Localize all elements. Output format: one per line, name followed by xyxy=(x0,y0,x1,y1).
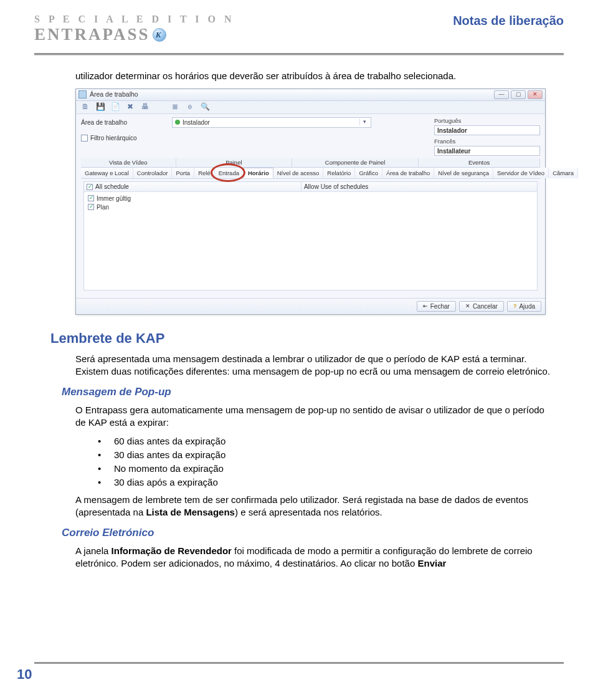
intro-paragraph: utilizador determinar os horários que de… xyxy=(75,70,556,82)
help-button[interactable]: ?Ajuda xyxy=(507,301,541,312)
delete-icon[interactable]: ✖ xyxy=(126,103,135,112)
minimize-button[interactable]: — xyxy=(494,90,509,99)
workspace-label: Área de trabalho xyxy=(81,118,168,127)
close-window-button[interactable]: ✕ xyxy=(528,90,543,99)
list-item: •30 dias antes da expiração xyxy=(98,448,556,462)
brand-logo: ENTRAPASS K xyxy=(34,25,235,44)
tabgroup-panel: Painel xyxy=(176,158,292,167)
brand-text: ENTRAPASS xyxy=(34,25,150,44)
allow-use-label: Allow Use of schedules xyxy=(301,182,537,191)
close-button[interactable]: ⇤Fechar xyxy=(417,301,456,312)
list-item: ✓ Immer gültig xyxy=(88,194,533,203)
tab-graphic[interactable]: Gráfico xyxy=(355,168,382,178)
all-schedule-checkbox[interactable]: ✓ xyxy=(87,184,93,190)
cancel-button[interactable]: ✕Cancelar xyxy=(459,301,504,312)
status-dot-icon xyxy=(175,120,180,125)
lang-pt-label: Português xyxy=(434,117,540,125)
save-icon[interactable]: 💾 xyxy=(96,103,105,112)
list-icon[interactable]: ≣ xyxy=(171,103,179,112)
subheading-popup: Mensagem de Pop-up xyxy=(62,385,556,399)
app-window: Área de trabalho — ▢ ✕ 🗎 💾 📄 ✖ 🖶 ≣ 🜔 🔍 xyxy=(75,89,546,315)
list-item: ✓ Plan xyxy=(88,203,533,211)
brand-k-icon: K xyxy=(153,28,166,42)
list-item: •60 dias antes da expiração xyxy=(98,434,556,448)
list-item: •No momento da expiração xyxy=(98,462,556,476)
tab-schedule[interactable]: Horário xyxy=(244,168,273,178)
lang-pt-field[interactable]: Instalador xyxy=(434,125,540,135)
section-p3: A mensagem de lembrete tem de ser confir… xyxy=(75,494,556,519)
window-icon xyxy=(78,90,87,98)
tab-report[interactable]: Relatório xyxy=(323,168,355,178)
toolbar: 🗎 💾 📄 ✖ 🖶 ≣ 🜔 🔍 xyxy=(76,101,545,114)
tab-relay[interactable]: Relé xyxy=(194,168,215,178)
schedule-list-panel: ✓ All schedule Allow Use of schedules ✓ … xyxy=(83,181,538,290)
tab-camera[interactable]: Câmara xyxy=(549,168,578,178)
list-item-label: Immer gültig xyxy=(97,194,131,203)
tab-gateway[interactable]: Gateway e Local xyxy=(81,168,133,178)
page-header: S P E C I A L E D I T I O N ENTRAPASS K … xyxy=(34,14,564,44)
item-checkbox[interactable]: ✓ xyxy=(88,204,94,210)
tab-controller[interactable]: Controlador xyxy=(133,168,173,178)
print-icon[interactable]: 🖶 xyxy=(141,103,150,112)
item-checkbox[interactable]: ✓ xyxy=(88,195,94,201)
folder-icon[interactable]: 📄 xyxy=(111,103,120,112)
tabgroup-video: Vista de Vídeo xyxy=(81,158,176,167)
lang-fr-label: Francês xyxy=(434,138,540,145)
window-title: Área de trabalho xyxy=(90,90,491,99)
hierarchical-filter-label: Filtro hierárquico xyxy=(90,134,136,142)
tab-group-row: Vista de Vídeo Painel Componente de Pain… xyxy=(81,158,540,168)
tab-input[interactable]: Entrada xyxy=(215,168,244,178)
tabs-row: Gateway e Local Controlador Porta Relé E… xyxy=(81,168,540,179)
section-p4: A janela Informação de Revendedor foi mo… xyxy=(75,545,556,570)
search-icon[interactable]: 🔍 xyxy=(201,103,209,112)
tab-video-server[interactable]: Servidor de Vídeo xyxy=(493,168,549,178)
hierarchy-icon[interactable]: 🜔 xyxy=(186,103,194,112)
list-item-label: Plan xyxy=(97,203,109,211)
tabgroup-events: Eventos xyxy=(419,158,540,167)
list-item: •30 dias após a expiração xyxy=(98,476,556,489)
workspace-dropdown[interactable]: Instalador xyxy=(172,117,371,128)
tab-door[interactable]: Porta xyxy=(172,168,194,178)
section-p1: Será apresentada uma mensagem destinada … xyxy=(75,353,556,378)
footer-rule xyxy=(34,662,564,664)
bullet-list: •60 dias antes da expiração •30 dias ant… xyxy=(98,434,556,489)
page-number: 10 xyxy=(17,666,32,683)
special-edition-label: S P E C I A L E D I T I O N xyxy=(34,14,235,25)
all-schedule-label: All schedule xyxy=(95,183,129,191)
cancel-icon: ✕ xyxy=(465,303,470,310)
release-notes-title: Notas de liberação xyxy=(453,14,564,28)
close-icon: ⇤ xyxy=(423,303,428,310)
tab-workspace[interactable]: Área de trabalho xyxy=(382,168,434,178)
window-titlebar: Área de trabalho — ▢ ✕ xyxy=(76,89,545,101)
maximize-button[interactable]: ▢ xyxy=(511,90,526,99)
lang-fr-field[interactable]: Installateur xyxy=(434,146,540,156)
subheading-email: Correio Eletrónico xyxy=(62,526,556,540)
tab-access-level[interactable]: Nível de acesso xyxy=(273,168,324,178)
hierarchical-filter-checkbox[interactable] xyxy=(81,135,88,141)
section-p2: O Entrapass gera automaticamente uma men… xyxy=(75,404,556,429)
workspace-dropdown-value: Instalador xyxy=(183,118,210,127)
new-icon[interactable]: 🗎 xyxy=(81,103,90,112)
tab-security-level[interactable]: Nível de segurança xyxy=(434,168,493,178)
tabgroup-panel-comp: Componente de Painel xyxy=(292,158,419,167)
section-heading: Lembrete de KAP xyxy=(50,330,556,348)
help-icon: ? xyxy=(513,303,517,310)
